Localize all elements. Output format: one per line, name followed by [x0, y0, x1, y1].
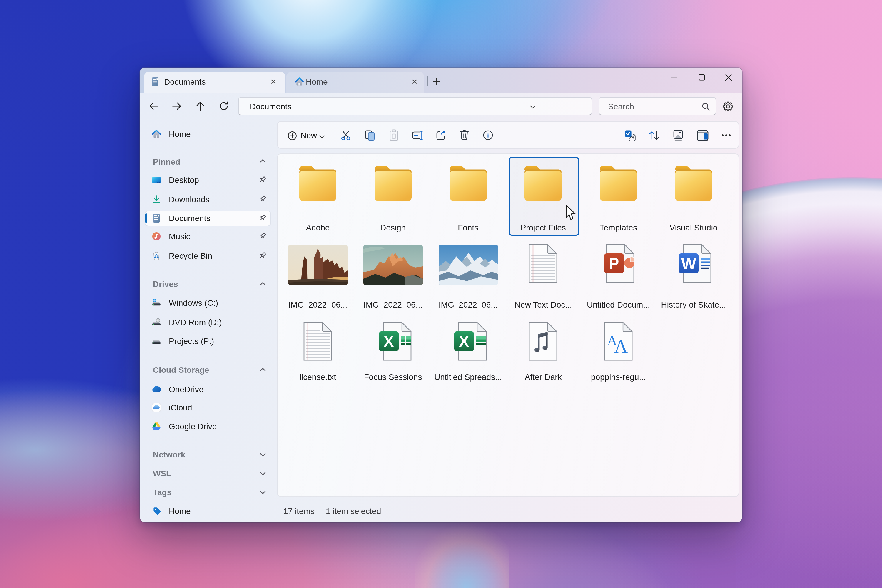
svg-text:A: A [614, 336, 628, 356]
svg-text:X: X [459, 333, 469, 350]
svg-text:P: P [609, 255, 619, 272]
svg-text:W: W [681, 255, 696, 272]
svg-text:X: X [383, 333, 394, 350]
